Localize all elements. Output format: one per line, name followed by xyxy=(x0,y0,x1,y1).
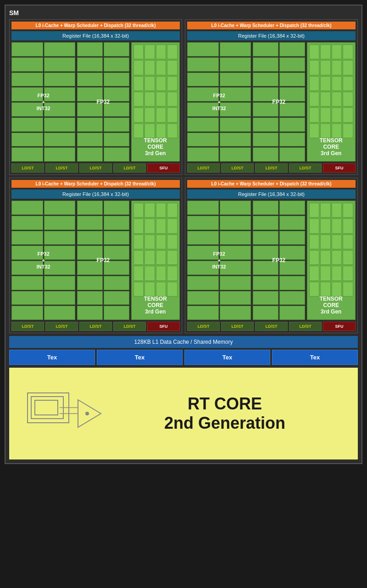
tensor-block-2: TENSORCORE3rd Gen xyxy=(307,42,356,162)
ldst-8: LD/ST xyxy=(289,163,322,173)
fp32-int32-block-1: FP32+INT32 xyxy=(11,42,75,162)
quadrant-2: L0 i-Cache + Warp Scheduler + Dispatch (… xyxy=(185,19,358,175)
ldst-1: LD/ST xyxy=(11,163,44,173)
rt-core-title: RT CORE 2nd Generation xyxy=(164,394,285,433)
tensor-text-1: TENSORCORE3rd Gen xyxy=(144,137,167,157)
rt-core-section: RT CORE 2nd Generation xyxy=(9,368,358,459)
compute-area-1: FP32+INT32 FP32 xyxy=(11,42,180,162)
warp-scheduler-bar-2: L0 i-Cache + Warp Scheduler + Dispatch (… xyxy=(187,22,356,29)
warp-scheduler-bar-3: L0 i-Cache + Warp Scheduler + Dispatch (… xyxy=(11,180,180,188)
register-file-bar-3: Register File (16,384 x 32-bit) xyxy=(11,190,180,199)
fp32-block-1: FP32 xyxy=(77,42,129,162)
bottom-units-1: LD/ST LD/ST LD/ST LD/ST SFU xyxy=(11,163,180,173)
tensor-text-2: TENSORCORE3rd Gen xyxy=(320,137,343,157)
ldst-3: LD/ST xyxy=(79,163,112,173)
warp-scheduler-bar-1: L0 i-Cache + Warp Scheduler + Dispatch (… xyxy=(11,22,180,29)
tex-row: Tex Tex Tex Tex xyxy=(9,350,358,365)
ldst-5: LD/ST xyxy=(187,163,220,173)
fp32-block-3: FP32 xyxy=(77,201,129,320)
sm-label: SM xyxy=(9,9,358,17)
tex-unit-4: Tex xyxy=(272,350,358,365)
register-file-bar-4: Register File (16,384 x 32-bit) xyxy=(187,190,356,199)
sfu-2: SFU xyxy=(323,163,356,173)
sfu-4: SFU xyxy=(323,322,356,331)
bottom-units-4: LD/ST LD/ST LD/ST LD/ST SFU xyxy=(187,322,356,331)
ldst-4: LD/ST xyxy=(113,163,146,173)
ldst-14: LD/ST xyxy=(221,322,254,331)
ldst-16: LD/ST xyxy=(289,322,322,331)
tensor-block-4: TENSORCORE3rd Gen xyxy=(307,201,356,320)
quadrant-4: L0 i-Cache + Warp Scheduler + Dispatch (… xyxy=(185,178,358,333)
register-file-bar-2: Register File (16,384 x 32-bit) xyxy=(187,31,356,40)
bottom-units-2: LD/ST LD/ST LD/ST LD/ST SFU xyxy=(187,163,356,173)
sm-container: SM L0 i-Cache + Warp Scheduler + Dispatc… xyxy=(5,5,362,464)
ldst-13: LD/ST xyxy=(187,322,220,331)
quadrant-1: L0 i-Cache + Warp Scheduler + Dispatch (… xyxy=(9,19,182,175)
tensor-text-3: TENSORCORE3rd Gen xyxy=(144,296,167,315)
rt-core-text-container: RT CORE 2nd Generation xyxy=(164,394,285,433)
compute-area-2: FP32+INT32 FP32 xyxy=(187,42,356,162)
compute-area-3: FP32+INT32 FP32 xyxy=(11,201,180,320)
tex-unit-3: Tex xyxy=(184,350,270,365)
ldst-7: LD/ST xyxy=(255,163,288,173)
tex-unit-1: Tex xyxy=(9,350,95,365)
warp-scheduler-bar-4: L0 i-Cache + Warp Scheduler + Dispatch (… xyxy=(187,180,356,188)
ldst-15: LD/ST xyxy=(255,322,288,331)
tex-unit-2: Tex xyxy=(97,350,183,365)
svg-marker-3 xyxy=(78,400,101,427)
quadrant-3: L0 i-Cache + Warp Scheduler + Dispatch (… xyxy=(9,178,182,333)
ldst-6: LD/ST xyxy=(221,163,254,173)
sfu-3: SFU xyxy=(147,322,180,331)
tensor-block-1: TENSORCORE3rd Gen xyxy=(131,42,180,162)
ldst-2: LD/ST xyxy=(45,163,78,173)
l1-cache-bar: 128KB L1 Data Cache / Shared Memory xyxy=(9,336,358,348)
register-file-bar-1: Register File (16,384 x 32-bit) xyxy=(11,31,180,40)
compute-area-4: FP32+INT32 FP32 xyxy=(187,201,356,320)
ldst-10: LD/ST xyxy=(45,322,78,331)
ldst-12: LD/ST xyxy=(113,322,146,331)
tensor-text-4: TENSORCORE3rd Gen xyxy=(320,296,343,315)
svg-rect-2 xyxy=(35,400,58,415)
quadrants-grid: L0 i-Cache + Warp Scheduler + Dispatch (… xyxy=(9,19,358,333)
ldst-9: LD/ST xyxy=(11,322,44,331)
tensor-block-3: TENSORCORE3rd Gen xyxy=(131,201,180,320)
fp32-int32-block-4: FP32+INT32 xyxy=(187,201,251,320)
fp32-block-2: FP32 xyxy=(253,42,305,162)
bottom-units-3: LD/ST LD/ST LD/ST LD/ST SFU xyxy=(11,322,180,331)
fp32-int32-block-2: FP32+INT32 xyxy=(187,42,251,162)
ldst-11: LD/ST xyxy=(79,322,112,331)
fp32-int32-block-3: FP32+INT32 xyxy=(11,201,75,320)
fp32-block-4: FP32 xyxy=(253,201,305,320)
sfu-1: SFU xyxy=(147,163,180,173)
rt-core-diagram-svg xyxy=(23,384,106,443)
svg-point-4 xyxy=(85,412,89,415)
